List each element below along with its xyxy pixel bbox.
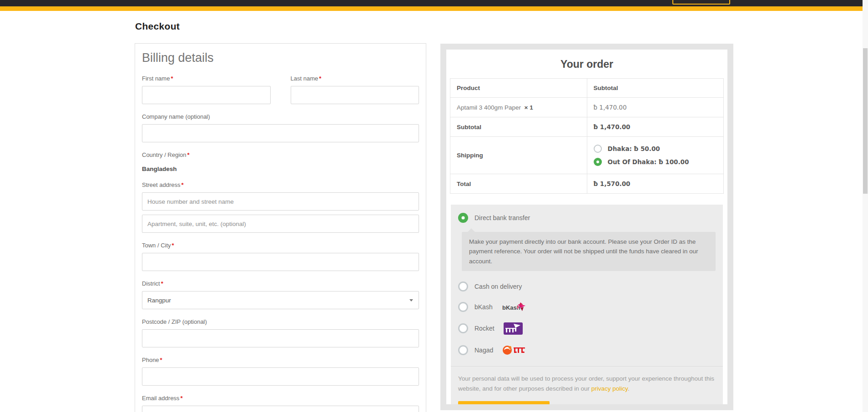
shipping-option-label[interactable]: Out Of Dhaka: ƀ 100.00	[608, 158, 689, 166]
first-name-input[interactable]	[142, 86, 271, 104]
payment-method-label[interactable]: Direct bank transfer	[474, 214, 530, 221]
order-item-row: Aptamil 3 400gm Paper × 1 ƀ 1,470.00	[450, 98, 724, 117]
required-asterisk: *	[171, 75, 173, 82]
total-row: Total ƀ 1,570.00	[450, 174, 724, 194]
chevron-down-icon	[409, 299, 413, 301]
town-city-input[interactable]	[142, 253, 419, 271]
payment-method-bkash[interactable]: bKash bKash	[458, 301, 716, 313]
shipping-label: Shipping	[450, 137, 587, 174]
privacy-policy-link[interactable]: privacy policy	[591, 385, 628, 392]
email-input[interactable]	[142, 406, 419, 412]
payment-divider	[451, 366, 723, 367]
required-asterisk: *	[172, 242, 174, 249]
topbar-button[interactable]	[672, 0, 730, 5]
payment-methods-section: Direct bank transfer Make your payment d…	[451, 205, 723, 404]
postcode-label: Postcode / ZIP (optional)	[142, 318, 419, 325]
payment-method-label[interactable]: Nagad	[474, 347, 493, 354]
page-scrollbar[interactable]	[863, 0, 868, 412]
district-select[interactable]: Rangpur	[142, 291, 419, 309]
radio-unselected-icon[interactable]	[458, 302, 468, 312]
required-asterisk: *	[160, 357, 162, 363]
company-name-label: Company name (optional)	[142, 113, 419, 120]
shipping-option-out-of-dhaka[interactable]: Out Of Dhaka: ƀ 100.00	[594, 158, 717, 166]
order-card: Your order Product Subtotal Aptamil 3 40…	[446, 50, 727, 404]
street-address2-input[interactable]	[142, 215, 419, 233]
shipping-options: Dhaka: ƀ 50.00 Out Of Dhaka: ƀ 100.00	[587, 137, 724, 174]
bkash-logo: bKash	[502, 301, 526, 313]
order-summary-table: Product Subtotal Aptamil 3 400gm Paper ×…	[450, 78, 724, 194]
required-asterisk: *	[161, 280, 163, 287]
order-review-panel: Your order Product Subtotal Aptamil 3 40…	[440, 44, 733, 410]
scrollbar-thumb[interactable]	[863, 48, 868, 194]
district-label: District*	[142, 280, 419, 287]
street-address-input[interactable]	[142, 192, 419, 211]
radio-unselected-icon[interactable]	[458, 281, 468, 291]
payment-method-direct-bank-transfer[interactable]: Direct bank transfer	[458, 213, 716, 223]
payment-method-label[interactable]: Cash on delivery	[474, 283, 522, 290]
order-title: Your order	[450, 58, 724, 70]
shipping-row: Shipping Dhaka: ƀ 50.00 Out Of Dhaka: ƀ …	[450, 137, 724, 174]
phone-label: Phone*	[142, 357, 419, 363]
checkout-page: Checkout Billing details First name* Las…	[0, 0, 868, 412]
order-item-quantity: × 1	[525, 104, 533, 111]
shipping-option-dhaka[interactable]: Dhaka: ƀ 50.00	[594, 145, 717, 153]
radio-unselected-icon[interactable]	[458, 345, 468, 355]
required-asterisk: *	[187, 151, 190, 158]
order-item-price: ƀ 1,470.00	[587, 98, 724, 117]
payment-method-label[interactable]: Rocket	[474, 325, 495, 332]
privacy-notice: Your personal data will be used to proce…	[458, 374, 716, 393]
place-order-button[interactable]: Place order	[458, 401, 550, 404]
radio-selected-icon[interactable]	[458, 213, 468, 223]
page-title: Checkout	[135, 21, 180, 32]
total-label: Total	[450, 174, 587, 194]
payment-method-cash-on-delivery[interactable]: Cash on delivery	[458, 281, 716, 291]
table-header-row: Product Subtotal	[450, 79, 724, 98]
shipping-option-label[interactable]: Dhaka: ƀ 50.00	[608, 145, 660, 152]
total-value: ƀ 1,570.00	[587, 174, 724, 194]
first-name-label: First name*	[142, 75, 271, 82]
required-asterisk: *	[180, 395, 182, 402]
country-label: Country / Region*	[142, 151, 419, 158]
subtotal-row: Subtotal ƀ 1,470.00	[450, 117, 724, 137]
country-value: Bangladesh	[142, 166, 419, 172]
radio-unselected-icon[interactable]	[458, 323, 468, 333]
district-selected-value: Rangpur	[147, 297, 171, 304]
payment-method-label[interactable]: bKash	[474, 303, 493, 311]
company-name-input[interactable]	[142, 124, 419, 142]
payment-method-rocket[interactable]: Rocket	[458, 322, 716, 335]
payment-method-description: Make your payment directly into our bank…	[462, 232, 716, 271]
payment-method-nagad[interactable]: Nagad	[458, 344, 716, 357]
email-label: Email address*	[142, 395, 419, 402]
radio-unselected-icon[interactable]	[594, 145, 602, 153]
radio-selected-icon[interactable]	[594, 158, 602, 166]
phone-input[interactable]	[142, 367, 419, 386]
accent-strip	[0, 6, 868, 11]
town-city-label: Town / City*	[142, 242, 419, 249]
subtotal-column-header: Subtotal	[587, 79, 724, 98]
order-item-name: Aptamil 3 400gm Paper × 1	[450, 98, 587, 117]
required-asterisk: *	[182, 181, 184, 188]
billing-title: Billing details	[142, 51, 419, 65]
last-name-label: Last name*	[291, 75, 419, 82]
last-name-input[interactable]	[291, 86, 419, 104]
subtotal-label: Subtotal	[450, 117, 587, 137]
required-asterisk: *	[319, 75, 321, 82]
street-address-label: Street address*	[142, 181, 419, 188]
nagad-logo	[502, 344, 526, 357]
subtotal-value: ƀ 1,470.00	[587, 117, 724, 137]
billing-details-panel: Billing details First name* Last name* C…	[135, 43, 426, 412]
product-column-header: Product	[450, 79, 587, 98]
postcode-input[interactable]	[142, 329, 419, 347]
rocket-logo	[504, 322, 523, 335]
top-navigation-bar	[0, 0, 868, 6]
